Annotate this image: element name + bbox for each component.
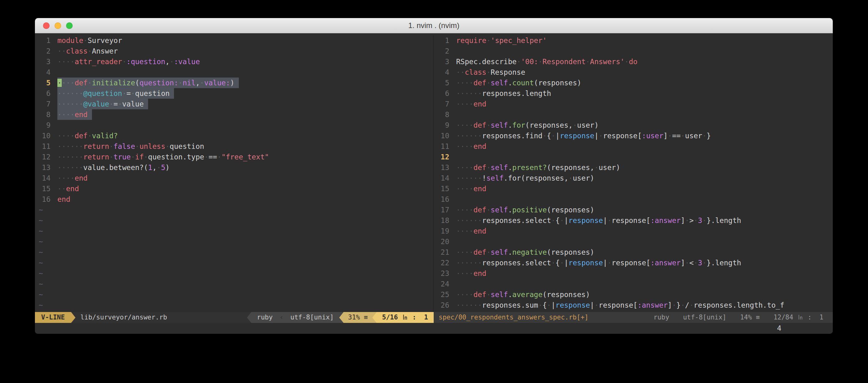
code-line[interactable]: 11····end: [434, 141, 833, 152]
code-line[interactable]: 21····def·self.negative(responses): [434, 247, 833, 257]
token-txt: user): [577, 121, 599, 129]
token-txt: =: [127, 90, 131, 98]
code-text: ····end: [456, 226, 486, 236]
code-line[interactable]: 19····end: [434, 226, 833, 236]
token-ws: ·: [486, 121, 491, 129]
empty-buffer-line: ~: [35, 236, 433, 247]
code-line[interactable]: 20: [434, 236, 833, 247]
code-line[interactable]: 7······@value·=·value: [35, 99, 433, 109]
code-line[interactable]: 3RSpec.describe·'00:·Respondent·Answers'…: [434, 56, 833, 67]
token-kw: def: [74, 132, 88, 140]
code-text: ····end: [456, 141, 486, 152]
token-pur: question:: [140, 79, 178, 87]
code-line[interactable]: 3····attr_reader·:question,·:value: [35, 56, 433, 67]
token-ws: ·: [122, 58, 127, 66]
code-line[interactable]: 13····def·self.present?(responses,·user): [434, 162, 833, 173]
token-kw: def: [473, 164, 486, 172]
code-text: ····end: [456, 99, 486, 109]
code-line[interactable]: 12······return·true·if·question.type·==·…: [35, 152, 433, 162]
token-ws: ·: [165, 142, 169, 150]
code-line[interactable]: 14······!self.for(responses,·user): [434, 173, 833, 183]
token-txt: Surveyor: [88, 36, 122, 44]
code-line[interactable]: 9: [35, 120, 433, 131]
code-line[interactable]: 11······return·false·unless·question: [35, 141, 433, 152]
token-ws: ····: [456, 121, 473, 129]
code-text: module·Surveyor: [57, 35, 122, 46]
token-txt: {: [556, 216, 560, 224]
code-line[interactable]: 18······responses.select·{·|response|·re…: [434, 215, 833, 226]
token-kw: class: [66, 47, 88, 55]
close-button[interactable]: [43, 23, 50, 29]
token-ws: ·: [109, 142, 114, 150]
window-title: 1. nvim . (nvim): [408, 21, 459, 30]
token-ws: ······: [456, 174, 482, 182]
code-line[interactable]: 13······value.between?(1,·5): [35, 162, 433, 173]
code-line[interactable]: 1module·Surveyor: [35, 35, 433, 46]
code-text: ····attr_reader·:question,·:value: [57, 56, 200, 67]
code-line[interactable]: 17····def·self.positive(responses): [434, 205, 833, 215]
code-line[interactable]: 1require·'spec_helper': [434, 35, 833, 46]
code-line[interactable]: 10······responses.find·{·|response|·resp…: [434, 131, 833, 141]
token-txt: |: [551, 301, 556, 309]
line-number: 17: [434, 205, 456, 215]
line-number: 4: [35, 67, 57, 77]
code-line[interactable]: 4··class·Response: [434, 67, 833, 77]
token-ws: ·: [702, 216, 707, 224]
pane-spec-rb[interactable]: 1require·'spec_helper'23RSpec.describe·'…: [434, 35, 833, 312]
token-pur: self: [491, 79, 508, 87]
line-number: 13: [35, 162, 57, 173]
code-line[interactable]: 26······responses.sum·{·|response|·respo…: [434, 300, 833, 310]
nvim-terminal: 1module·Surveyor2··class·Answer3····attr…: [35, 33, 833, 334]
token-ws: ·: [517, 58, 521, 66]
code-line[interactable]: 8····end: [35, 109, 433, 120]
code-line[interactable]: 14····end: [35, 173, 433, 183]
code-line[interactable]: 6······responses.length: [434, 88, 833, 99]
token-pur: self: [491, 290, 508, 299]
token-pur: :user: [642, 132, 663, 140]
thin-separator-icon: ‹: [278, 312, 285, 323]
minimize-button[interactable]: [55, 23, 61, 29]
code-line[interactable]: 5····def·self.count(responses): [434, 77, 833, 88]
token-txt: response[: [599, 301, 638, 309]
code-line[interactable]: 25····def·self.average(responses): [434, 289, 833, 300]
command-line[interactable]: 4: [35, 323, 833, 334]
code-line[interactable]: 16end: [35, 194, 433, 205]
token-ws: ······: [57, 100, 83, 108]
code-line[interactable]: 6······@question·=·question: [35, 88, 433, 99]
code-line[interactable]: 5····def·initialize(question:·nil,·value…: [35, 77, 433, 88]
code-line[interactable]: 23····end: [434, 268, 833, 279]
code-line[interactable]: 10····def·valid?: [35, 131, 433, 141]
token-kw: end: [74, 174, 88, 182]
statusline-filetype: ruby: [647, 312, 676, 323]
token-txt: ): [165, 164, 169, 172]
line-number: 18: [434, 215, 456, 226]
token-ws: ··: [57, 47, 66, 55]
code-line[interactable]: 24: [434, 279, 833, 289]
token-txt: (responses,: [525, 121, 573, 129]
token-ws: ·: [702, 132, 707, 140]
titlebar[interactable]: 1. nvim . (nvim): [35, 18, 833, 33]
token-txt: |: [564, 259, 568, 267]
token-ws: ···: [62, 79, 75, 87]
token-kw: do: [629, 58, 638, 66]
code-line[interactable]: 15··end: [35, 183, 433, 194]
zoom-button[interactable]: [66, 23, 73, 29]
code-line[interactable]: 4: [35, 67, 433, 77]
token-ivar: @value: [83, 100, 109, 108]
code-line[interactable]: 15····end: [434, 183, 833, 194]
code-line[interactable]: 7····end: [434, 99, 833, 109]
code-line[interactable]: 8: [434, 109, 833, 120]
code-text: ····def·self.present?(responses,·user): [456, 162, 620, 173]
token-ws: ·: [551, 132, 556, 140]
code-line[interactable]: 16: [434, 194, 833, 205]
token-pur: false: [114, 142, 135, 150]
code-line[interactable]: 9····def·self.for(responses,·user): [434, 120, 833, 131]
code-line[interactable]: 2: [434, 46, 833, 56]
empty-buffer-line: ~: [35, 226, 433, 236]
token-pur: 5: [161, 164, 165, 172]
line-number: 14: [35, 173, 57, 183]
pane-answer-rb[interactable]: 1module·Surveyor2··class·Answer3····attr…: [35, 35, 433, 312]
code-line[interactable]: 12: [434, 152, 833, 162]
code-line[interactable]: 2··class·Answer: [35, 46, 433, 56]
code-line[interactable]: 22······responses.select·{·|response|·re…: [434, 257, 833, 268]
